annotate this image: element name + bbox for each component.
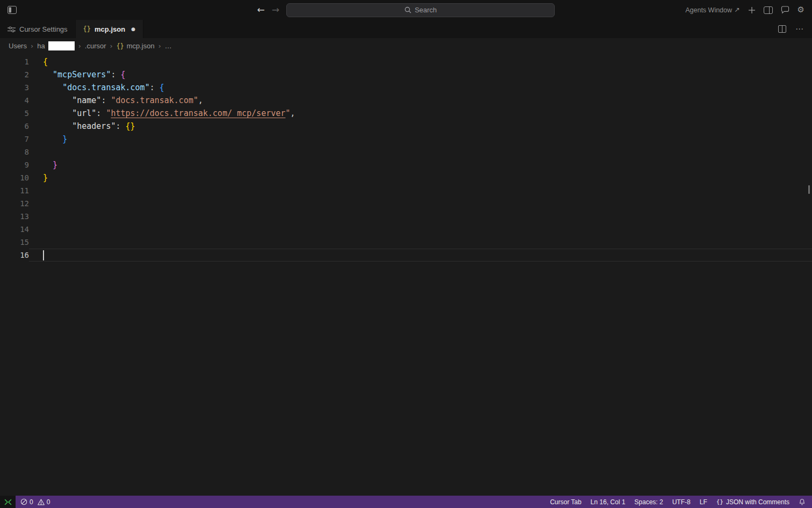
arrow-up-right-icon: ↗	[734, 6, 740, 13]
code-line[interactable]: 11	[0, 184, 812, 197]
scrollbar-thumb[interactable]	[808, 185, 810, 194]
code-line[interactable]: 3 "docs.transak.com": {	[0, 81, 812, 94]
status-item-label: Cursor Tab	[550, 498, 581, 506]
code-line[interactable]: 15	[0, 236, 812, 249]
line-content[interactable]: "headers": {}	[29, 120, 812, 133]
status-item-lf[interactable]: LF	[700, 498, 707, 506]
line-content[interactable]: }	[29, 171, 812, 184]
new-tab-button[interactable]	[748, 6, 756, 14]
line-number[interactable]: 5	[0, 107, 29, 120]
line-content[interactable]: "name": "docs.transak.com",	[29, 94, 812, 107]
remote-chevrons-icon	[4, 499, 12, 505]
breadcrumb-item-symbol-overflow[interactable]: …	[165, 42, 172, 50]
line-number[interactable]: 2	[0, 68, 29, 81]
status-item-label: JSON with Comments	[726, 498, 789, 506]
code-line[interactable]: 13	[0, 210, 812, 223]
search-placeholder: Search	[415, 6, 437, 14]
line-number[interactable]: 13	[0, 210, 29, 223]
warnings-icon	[38, 499, 45, 505]
line-number[interactable]: 16	[0, 249, 29, 262]
chat-button[interactable]	[781, 6, 789, 14]
status-item-label: Ln 16, Col 1	[591, 498, 626, 506]
search-input[interactable]: Search	[286, 3, 555, 17]
settings-button[interactable]: ⚙	[798, 6, 804, 14]
breadcrumb-file-label: mcp.json	[127, 42, 155, 50]
code-line[interactable]: 2 "mcpServers": {	[0, 68, 812, 81]
editor-lines[interactable]: 1{2 "mcpServers": {3 "docs.transak.com":…	[0, 55, 812, 262]
json-braces-icon: {}	[83, 25, 91, 33]
editor[interactable]: 1{2 "mcpServers": {3 "docs.transak.com":…	[0, 54, 812, 496]
plus-icon	[748, 6, 756, 14]
tab-cursor-settings[interactable]: Cursor Settings	[0, 20, 76, 38]
problems-button[interactable]: 0 0	[16, 498, 57, 506]
nav-back-button[interactable]: ←	[257, 5, 265, 14]
line-number[interactable]: 7	[0, 133, 29, 146]
code-line[interactable]: 9 }	[0, 158, 812, 171]
line-content[interactable]: "url": "https://docs.transak.com/_mcp/se…	[29, 107, 812, 120]
code-line[interactable]: 7 }	[0, 133, 812, 146]
line-content[interactable]: {	[29, 55, 812, 68]
line-number[interactable]: 8	[0, 146, 29, 158]
remote-window-button[interactable]	[0, 496, 16, 508]
line-number[interactable]: 15	[0, 236, 29, 249]
code-line[interactable]: 4 "name": "docs.transak.com",	[0, 94, 812, 107]
line-content[interactable]	[29, 249, 812, 262]
line-content[interactable]	[29, 197, 812, 210]
panel-layout-icon	[764, 6, 773, 14]
line-content[interactable]: "docs.transak.com": {	[29, 81, 812, 94]
line-content[interactable]	[29, 184, 812, 197]
line-content[interactable]: }	[29, 133, 812, 146]
title-bar: ← → Search Agents Window ↗	[0, 0, 812, 20]
breadcrumb-item-users[interactable]: Users	[9, 42, 27, 50]
json-braces-icon: {}	[117, 42, 124, 50]
status-item-cursor-tab[interactable]: Cursor Tab	[550, 498, 581, 506]
code-line[interactable]: 10}	[0, 171, 812, 184]
line-number[interactable]: 14	[0, 223, 29, 236]
tab-mcp-json[interactable]: {} mcp.json ●	[76, 20, 143, 38]
line-content[interactable]	[29, 223, 812, 236]
status-item-ln-16-col-1[interactable]: Ln 16, Col 1	[591, 498, 626, 506]
line-number[interactable]: 1	[0, 55, 29, 68]
line-content[interactable]	[29, 146, 812, 158]
panel-toggle-button[interactable]	[764, 6, 773, 14]
breadcrumb-item-cursor-folder[interactable]: .cursor	[85, 42, 106, 50]
tab-label: mcp.json	[95, 25, 125, 33]
line-number[interactable]: 6	[0, 120, 29, 133]
line-number[interactable]: 12	[0, 197, 29, 210]
notifications-bell-button[interactable]	[799, 498, 806, 505]
line-number[interactable]: 9	[0, 158, 29, 171]
search-icon	[404, 6, 411, 13]
nav-forward-button[interactable]: →	[272, 5, 279, 14]
errors-icon	[20, 498, 27, 505]
code-line[interactable]: 6 "headers": {}	[0, 120, 812, 133]
status-item-spaces-2[interactable]: Spaces: 2	[634, 498, 663, 506]
breadcrumb-username-text: ha	[37, 42, 45, 50]
breadcrumb-item-username[interactable]: ha	[37, 41, 74, 50]
code-line[interactable]: 8	[0, 146, 812, 158]
language-braces-icon: {}	[716, 498, 723, 505]
settings-sliders-icon	[8, 26, 16, 33]
line-content[interactable]	[29, 210, 812, 223]
code-line[interactable]: 16	[0, 249, 812, 262]
line-number[interactable]: 4	[0, 94, 29, 107]
line-number[interactable]: 10	[0, 171, 29, 184]
line-number[interactable]: 11	[0, 184, 29, 197]
more-actions-button[interactable]: ⋯	[795, 25, 803, 33]
breadcrumb-item-mcp-json[interactable]: {} mcp.json	[117, 42, 155, 50]
agents-window-button[interactable]: Agents Window ↗	[685, 6, 740, 14]
line-content[interactable]: }	[29, 158, 812, 171]
tab-label: Cursor Settings	[19, 25, 68, 33]
line-number[interactable]: 3	[0, 81, 29, 94]
status-item-utf-8[interactable]: UTF-8	[672, 498, 691, 506]
code-line[interactable]: 14	[0, 223, 812, 236]
line-content[interactable]	[29, 236, 812, 249]
code-line[interactable]: 1{	[0, 55, 812, 68]
sidebar-toggle-button[interactable]	[8, 6, 17, 14]
code-line[interactable]: 12	[0, 197, 812, 210]
modified-dot-indicator[interactable]: ●	[131, 27, 135, 32]
split-editor-button[interactable]	[778, 25, 786, 33]
split-editor-icon	[778, 25, 786, 33]
code-line[interactable]: 5 "url": "https://docs.transak.com/_mcp/…	[0, 107, 812, 120]
line-content[interactable]: "mcpServers": {	[29, 68, 812, 81]
status-item-json-with-comments[interactable]: {}JSON with Comments	[716, 498, 789, 506]
